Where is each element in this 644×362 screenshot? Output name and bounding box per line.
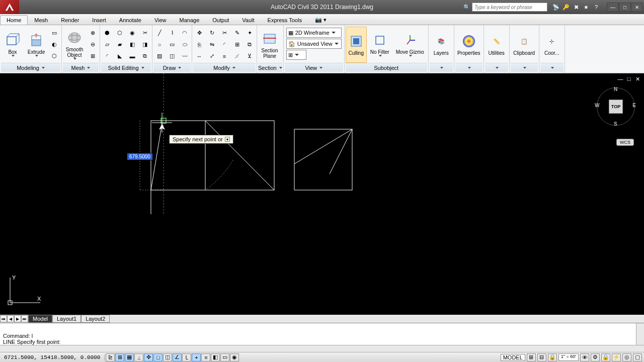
separate-icon[interactable]: ⧉ xyxy=(139,51,151,62)
stretch-icon[interactable]: ↔ xyxy=(193,51,205,62)
section-plane-button[interactable]: Section Plane xyxy=(258,27,281,63)
qat-dropdown-icon[interactable] xyxy=(21,2,31,12)
close-button[interactable]: ✕ xyxy=(631,3,643,12)
maximize-button[interactable]: □ xyxy=(619,3,631,12)
layout-prev-icon[interactable]: ◀ xyxy=(7,315,14,322)
viewcube-s[interactable]: S xyxy=(614,121,617,127)
dyn-icon[interactable]: + xyxy=(192,353,201,361)
revolve-icon[interactable]: ◐ xyxy=(48,39,60,50)
intersect-icon[interactable]: ◉ xyxy=(126,28,138,39)
viewcube-e[interactable]: E xyxy=(632,103,636,108)
layout-next-icon[interactable]: ▶ xyxy=(14,315,21,322)
properties-button[interactable]: Properties xyxy=(455,27,482,63)
tab-mesh[interactable]: Mesh xyxy=(28,15,54,25)
qp-icon[interactable]: ▭ xyxy=(220,353,229,361)
color-edge-icon[interactable]: ▬ xyxy=(126,51,138,62)
ducs-icon[interactable]: L xyxy=(182,353,191,361)
viewport-close-icon[interactable]: ✕ xyxy=(634,75,641,82)
line-icon[interactable]: ╱ xyxy=(153,28,166,39)
tab-output[interactable]: Output xyxy=(206,15,235,25)
sc-icon[interactable]: ◉ xyxy=(230,353,239,361)
spline-icon[interactable]: 〰 xyxy=(179,51,191,62)
subtract-icon[interactable]: ⬡ xyxy=(114,28,126,39)
erase-icon[interactable]: ✎ xyxy=(231,28,243,39)
tab-extra-icon[interactable]: 📷 ▾ xyxy=(308,15,333,25)
extrude-button[interactable]: Extrude xyxy=(25,27,48,63)
shell-icon[interactable]: ◨ xyxy=(139,39,151,50)
offset-icon[interactable]: ⧉ xyxy=(244,39,256,50)
utilities-button[interactable]: 📏Utilities xyxy=(485,27,508,63)
tab-vault[interactable]: Vault xyxy=(235,15,261,25)
mesh-more-icon[interactable]: ⊕ xyxy=(87,28,99,39)
viewcube-top-face[interactable]: TOP xyxy=(609,100,623,114)
layers-button[interactable]: 📚Layers xyxy=(430,27,453,63)
gizmo-button[interactable]: Move Gizmo xyxy=(393,27,427,63)
annotation-scale-icon[interactable]: 🔒 xyxy=(548,353,557,361)
exchange-icon[interactable]: ✖ xyxy=(572,3,580,11)
cmd-vscrollbar[interactable] xyxy=(636,323,644,345)
tooltip-options-icon[interactable]: ▾ xyxy=(225,137,230,142)
wcs-badge[interactable]: WCS xyxy=(616,139,634,146)
annotation-scale-dropdown[interactable]: 1" = 60' xyxy=(558,353,579,361)
taper-face-icon[interactable]: ▰ xyxy=(114,39,126,50)
viewport-minimize-icon[interactable]: — xyxy=(617,75,624,82)
culling-button[interactable]: Culling xyxy=(346,27,367,63)
annotation-visibility-icon[interactable]: 👁 xyxy=(580,353,589,361)
transparency-icon[interactable]: ◧ xyxy=(211,353,220,361)
offset-face-icon[interactable]: ◧ xyxy=(126,39,138,50)
polyline-icon[interactable]: ⌇ xyxy=(166,28,178,39)
tab-insert[interactable]: Insert xyxy=(86,15,113,25)
favorites-icon[interactable]: ★ xyxy=(582,3,590,11)
coordinate-readout[interactable]: 6721.5000, 15418.5000, 0.0000 xyxy=(0,354,105,360)
tab-annotate[interactable]: Annotate xyxy=(113,15,148,25)
smooth-object-button[interactable]: Smooth Object xyxy=(63,27,86,63)
fillet-icon[interactable]: ◜ xyxy=(218,39,230,50)
polysolid-icon[interactable]: ▭ xyxy=(48,28,60,39)
move-icon[interactable]: ✥ xyxy=(193,28,205,39)
layout-tab-model[interactable]: Model xyxy=(28,315,52,323)
trim-icon[interactable]: ✂ xyxy=(218,28,230,39)
box-button[interactable]: Box xyxy=(1,27,24,63)
hardware-accel-icon[interactable]: ⚡ xyxy=(612,353,621,361)
join-icon[interactable]: ⊻ xyxy=(244,51,256,62)
copy-icon[interactable]: ⎘ xyxy=(193,39,205,50)
scale-icon[interactable]: ⤢ xyxy=(206,51,218,62)
drawing-canvas[interactable]: — □ ✕ N S E W TOP WCS xyxy=(0,73,644,315)
cmd-hscrollbar[interactable] xyxy=(0,345,644,352)
hatch-icon[interactable]: ▨ xyxy=(153,51,166,62)
clean-screen-icon[interactable]: ▢ xyxy=(633,353,642,361)
tab-home[interactable]: Home xyxy=(0,15,28,25)
isolate-objects-icon[interactable]: ◎ xyxy=(622,353,631,361)
infer-constraints-icon[interactable]: ⊵ xyxy=(106,353,115,361)
ortho-icon[interactable]: ⟂ xyxy=(134,353,143,361)
tab-manage[interactable]: Manage xyxy=(173,15,206,25)
tab-view[interactable]: View xyxy=(148,15,173,25)
snap-mode-icon[interactable]: ⊞ xyxy=(115,353,124,361)
app-menu-button[interactable] xyxy=(0,0,19,14)
nofilter-button[interactable]: No Filter xyxy=(367,27,392,63)
polar-icon[interactable]: ✜ xyxy=(144,353,153,361)
array-icon[interactable]: ⊞ xyxy=(231,39,243,50)
grid-icon[interactable]: ▦ xyxy=(125,353,134,361)
quickview-drawings-icon[interactable]: ⊟ xyxy=(537,353,546,361)
ellipse-icon[interactable]: ⬭ xyxy=(179,39,191,50)
viewport-config-dropdown[interactable]: ⊞ xyxy=(286,50,306,60)
arc-icon[interactable]: ◠ xyxy=(179,28,191,39)
align-icon[interactable]: ≡ xyxy=(218,51,230,62)
search-input[interactable] xyxy=(472,3,547,12)
osnap-icon[interactable]: □ xyxy=(153,353,163,361)
viewcube-w[interactable]: W xyxy=(595,103,599,108)
quickview-layouts-icon[interactable]: ⊞ xyxy=(527,353,536,361)
viewcube-n[interactable]: N xyxy=(614,86,617,92)
loft-icon[interactable]: ⬡ xyxy=(48,51,60,62)
lwt-icon[interactable]: ≡ xyxy=(201,353,210,361)
tab-render[interactable]: Render xyxy=(54,15,86,25)
mesh-less-icon[interactable]: ⊖ xyxy=(87,39,99,50)
layout-tab-layout1[interactable]: Layout1 xyxy=(52,315,81,323)
3dosnap-icon[interactable]: ◫ xyxy=(163,353,172,361)
circle-icon[interactable]: ○ xyxy=(153,39,166,50)
clipboard-button[interactable]: 📋Clipboard xyxy=(511,27,538,63)
rectangle-icon[interactable]: ▭ xyxy=(166,39,178,50)
subscription-icon[interactable]: 🔑 xyxy=(562,3,570,11)
command-line[interactable]: Command: l LINE Specify first point: Spe… xyxy=(0,323,644,352)
